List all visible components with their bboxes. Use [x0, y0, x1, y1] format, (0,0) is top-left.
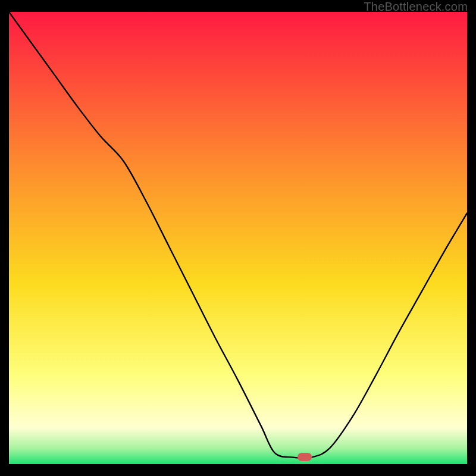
gradient-background: [9, 12, 467, 464]
optimal-marker: [298, 453, 312, 461]
plot-area: [9, 12, 467, 464]
plot-svg: [9, 12, 467, 464]
chart-frame: TheBottleneck.com: [0, 0, 476, 476]
watermark-text: TheBottleneck.com: [364, 0, 468, 14]
